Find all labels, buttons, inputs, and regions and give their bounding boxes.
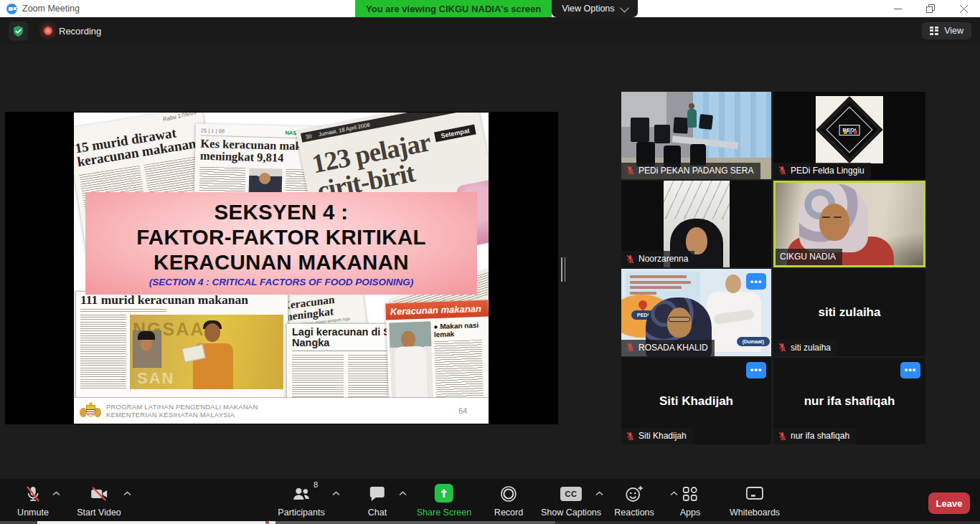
participant-name: Noorzarenna xyxy=(639,254,688,264)
clipping-date: Rabu 17/6/09 xyxy=(162,113,197,123)
close-icon xyxy=(960,5,968,13)
muted-mic-icon xyxy=(778,343,787,352)
audio-options-chevron[interactable] xyxy=(52,491,60,496)
close-button[interactable] xyxy=(947,0,980,17)
clipping-headline: 111 murid keracunan makanan xyxy=(80,294,283,307)
participant-name-label: Siti Khadijah xyxy=(621,428,693,444)
muted-mic-icon xyxy=(626,432,635,441)
mic-muted-icon xyxy=(24,485,42,502)
participants-label: Participants xyxy=(278,508,324,518)
view-options-label: View Options xyxy=(562,4,614,14)
slide-footer: PROGRAM LATIHAN PENGENDALI MAKANAN KEMEN… xyxy=(74,397,489,424)
participant-tile-rosada-khalid[interactable]: PEDi Feld (Dumaat) ••• ROSADA KHALID xyxy=(621,269,771,356)
clipping-page: 30 xyxy=(305,133,312,140)
more-options-button[interactable]: ••• xyxy=(746,362,766,378)
more-options-button[interactable]: ••• xyxy=(900,362,920,378)
leave-button[interactable]: Leave xyxy=(928,492,970,514)
clipping-photo xyxy=(389,321,433,406)
participants-count: 8 xyxy=(314,480,318,489)
recording-label: Recording xyxy=(59,26,101,37)
newspaper-clipping-4: 111 murid keracunan makanan NGSAAN SAN xyxy=(75,291,288,398)
video-options-chevron[interactable] xyxy=(123,491,131,496)
view-layout-button[interactable]: View xyxy=(922,22,971,39)
participant-name: PEDi Felda Linggiu xyxy=(791,166,864,176)
chat-icon xyxy=(369,486,386,502)
participant-name-label: Noorzarenna xyxy=(621,251,694,267)
share-screen-icon xyxy=(435,484,453,502)
chat-options-chevron[interactable] xyxy=(399,491,407,496)
presentation-slide: Rabu 17/6/09 15 murid dirawat keracunan … xyxy=(74,113,489,424)
participant-tile-siti-khadijah[interactable]: ••• Siti Khadijah Siti Khadijah xyxy=(621,358,771,445)
participant-tile-pedi-felda-linggiu[interactable]: PEDi PEDi Felda Linggiu xyxy=(773,92,925,179)
show-captions-label: Show Captions xyxy=(541,508,601,518)
panel-resize-handle[interactable] xyxy=(561,257,567,282)
participant-name-label: siti zulaiha xyxy=(773,340,837,356)
slide-subtitle: (SECTION 4 : CRITICAL FACTORS OF FOOD PO… xyxy=(149,277,414,287)
start-video-button[interactable]: Start Video xyxy=(77,485,121,518)
participant-tile-cikgu-nadia[interactable]: CIKGU NADIA xyxy=(773,181,925,268)
participant-name-label: nur ifa shafiqah xyxy=(773,428,856,444)
window-titlebar: Zoom Meeting You are viewing CIKGU NADIA… xyxy=(0,0,980,17)
chat-button[interactable]: Chat xyxy=(368,485,387,518)
viewing-banner-text: You are viewing CIKGU NADIA's screen xyxy=(355,0,552,17)
recording-dot-icon xyxy=(44,27,52,35)
viewing-banner: You are viewing CIKGU NADIA's screen Vie… xyxy=(355,0,638,17)
unmute-button[interactable]: Unmute xyxy=(17,485,49,518)
participants-button[interactable]: 8 Participants xyxy=(278,485,324,518)
participant-tile-noorzarenna[interactable]: Noorzarenna xyxy=(621,181,771,268)
participant-name-label: PEDi PEKAN PADANG SERA xyxy=(621,163,760,179)
video-gallery: PEDi PEKAN PADANG SERA PEDi PEDi Felda L… xyxy=(621,92,925,444)
malaysia-coat-of-arms-icon xyxy=(80,402,101,419)
participant-name: siti zulaiha xyxy=(791,343,831,353)
shared-screen-view: Rabu 17/6/09 15 murid dirawat keracunan … xyxy=(5,112,558,424)
muted-mic-icon xyxy=(626,254,635,264)
participant-name-label: PEDi Felda Linggiu xyxy=(773,163,871,179)
restore-button[interactable] xyxy=(914,0,947,17)
view-grid-icon xyxy=(930,27,939,36)
chat-label: Chat xyxy=(368,508,387,518)
camera-muted-icon xyxy=(90,485,108,502)
captions-options-chevron[interactable] xyxy=(595,491,603,496)
poster-text: (Dumaat) xyxy=(737,337,770,346)
chevron-down-icon xyxy=(620,3,629,12)
apps-icon xyxy=(682,485,699,502)
start-video-label: Start Video xyxy=(77,508,121,518)
security-button[interactable] xyxy=(9,22,28,41)
slide-title-line1: SEKSYEN 4 : xyxy=(215,199,349,224)
reactions-options-chevron[interactable] xyxy=(670,491,678,496)
view-label: View xyxy=(944,26,963,36)
share-screen-button[interactable]: Share Screen xyxy=(417,485,471,518)
clipping-date: Jumaat, 18 April 2008 xyxy=(318,122,370,138)
muted-mic-icon xyxy=(778,432,787,441)
slide-title-banner: SEKSYEN 4 : FAKTOR-FAKTOR KRITIKAL KERAC… xyxy=(85,192,477,295)
clipping-subhead: ● Makan nasi lemak xyxy=(433,321,486,339)
footer-ministry-name: KEMENTERIAN KESIHATAN MALAYSIA xyxy=(106,411,258,419)
share-screen-label: Share Screen xyxy=(417,508,471,518)
more-options-button[interactable]: ••• xyxy=(746,273,766,290)
window-controls xyxy=(881,0,980,17)
participant-display-name: siti zulaiha xyxy=(773,305,925,320)
participant-tile-siti-zulaiha[interactable]: siti zulaiha siti zulaiha xyxy=(773,269,925,356)
security-shield-icon xyxy=(12,25,24,37)
slide-title-line2: FAKTOR-FAKTOR KRITIKAL xyxy=(136,224,426,249)
participant-name: CIKGU NADIA xyxy=(780,252,836,262)
photo-subject xyxy=(192,322,235,389)
clipping-date: 25 | 1 | 08 xyxy=(201,128,225,135)
whiteboards-button[interactable]: Whiteboards xyxy=(730,485,780,518)
main-area: Rabu 17/6/09 15 murid dirawat keracunan … xyxy=(0,44,980,479)
view-options-button[interactable]: View Options xyxy=(552,0,637,17)
slide-title-line3: KERACUNAN MAKANAN xyxy=(154,249,409,275)
whiteboards-label: Whiteboards xyxy=(730,508,780,518)
record-label: Record xyxy=(494,508,523,518)
record-button[interactable]: Record xyxy=(494,485,523,518)
participant-tile-pedi-pekan-padang-sera[interactable]: PEDi PEKAN PADANG SERA xyxy=(621,92,771,179)
participants-options-chevron[interactable] xyxy=(332,491,340,496)
apps-button[interactable]: Apps xyxy=(680,485,701,518)
participant-name: PEDi PEKAN PADANG SERA xyxy=(639,166,754,176)
show-captions-button[interactable]: CC Show Captions xyxy=(541,485,601,518)
minimize-button[interactable] xyxy=(881,0,914,17)
reactions-button[interactable]: Reactions xyxy=(614,485,654,518)
record-icon xyxy=(500,485,517,502)
muted-mic-icon xyxy=(626,166,635,175)
participant-tile-nur-ifa-shafiqah[interactable]: ••• nur ifa shafiqah nur ifa shafiqah xyxy=(773,358,925,445)
